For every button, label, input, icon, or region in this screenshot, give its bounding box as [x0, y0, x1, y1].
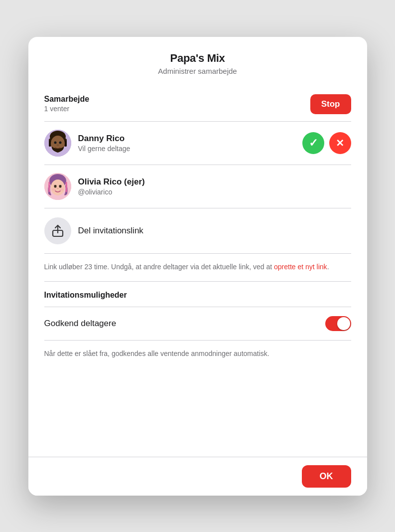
invitations-header: Invitationsmuligheder: [44, 282, 351, 307]
accept-danny-button[interactable]: ✓: [302, 132, 324, 154]
svg-rect-4: [49, 141, 51, 147]
avatar-olivia: [44, 173, 71, 200]
share-icon-wrap: [44, 217, 71, 244]
checkmark-icon: ✓: [309, 137, 318, 150]
dialog-subtitle: Administrer samarbejde: [44, 67, 351, 75]
collaboration-section-header: Samarbejde 1 venter Stop: [44, 85, 351, 121]
share-link-row[interactable]: Del invitationslink: [44, 208, 351, 254]
collaboration-pending: 1 venter: [44, 105, 90, 113]
svg-point-12: [51, 179, 65, 195]
danny-status: Vil gerne deltage: [78, 145, 302, 153]
person-row-danny: Danny Rico Vil gerne deltage ✓ ✕: [44, 122, 351, 165]
avatar-danny: [44, 130, 71, 157]
x-icon: ✕: [336, 137, 344, 149]
toggle-track: [325, 316, 351, 331]
stop-button[interactable]: Stop: [310, 94, 351, 114]
info-text-part2: .: [327, 263, 329, 271]
share-icon: [51, 224, 64, 237]
svg-point-14: [59, 185, 61, 187]
toggle-label: Godkend deltagere: [44, 319, 117, 329]
dialog-header: Papa's Mix Administrer samarbejde: [28, 37, 367, 85]
share-label: Del invitationslink: [78, 226, 143, 236]
danny-actions: ✓ ✕: [302, 132, 351, 154]
svg-point-15: [57, 187, 59, 188]
invitations-title: Invitationsmuligheder: [44, 291, 351, 300]
info-text-part1: Link udløber 23 time. Undgå, at andre de…: [44, 263, 274, 271]
olivia-name: Olivia Rico (ejer): [78, 177, 351, 187]
toggle-thumb: [337, 317, 350, 330]
dialog-container: Papa's Mix Administrer samarbejde Samarb…: [28, 37, 367, 496]
svg-rect-5: [65, 141, 67, 147]
person-row-olivia: Olivia Rico (ejer) @oliviarico: [44, 165, 351, 208]
dialog-body: Samarbejde 1 venter Stop: [28, 85, 367, 457]
dialog-title: Papa's Mix: [44, 52, 351, 65]
svg-point-16: [52, 188, 56, 190]
svg-point-9: [56, 144, 59, 146]
toggle-row: Godkend deltagere: [44, 307, 351, 341]
danny-name: Danny Rico: [78, 134, 302, 144]
svg-point-7: [54, 141, 56, 144]
approve-participants-toggle[interactable]: [325, 316, 351, 331]
collaboration-info: Samarbejde 1 venter: [44, 94, 90, 113]
svg-point-13: [54, 185, 56, 187]
decline-danny-button[interactable]: ✕: [329, 132, 351, 154]
ok-button[interactable]: OK: [302, 465, 351, 488]
new-link-anchor[interactable]: oprette et nyt link: [274, 263, 327, 271]
svg-point-8: [59, 141, 61, 144]
svg-point-17: [60, 188, 64, 190]
olivia-info: Olivia Rico (ejer) @oliviarico: [78, 177, 351, 196]
warning-text: Når dette er slået fra, godkendes alle v…: [44, 341, 351, 369]
danny-info: Danny Rico Vil gerne deltage: [78, 134, 302, 153]
olivia-status: @oliviarico: [78, 188, 351, 196]
collaboration-label: Samarbejde: [44, 94, 90, 104]
dialog-footer: OK: [28, 457, 367, 496]
info-text-block: Link udløber 23 time. Undgå, at andre de…: [44, 254, 351, 282]
